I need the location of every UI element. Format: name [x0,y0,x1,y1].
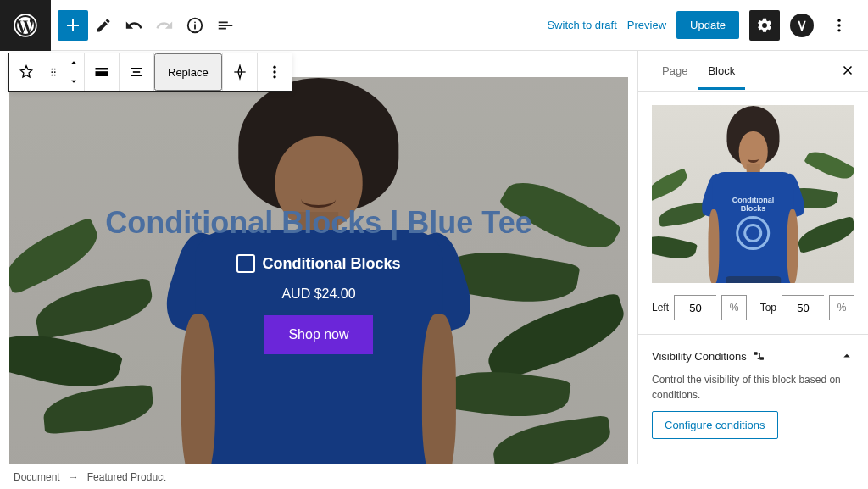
cover-logo-text: Conditional Blocks [262,255,400,273]
more-vertical-icon [831,17,848,34]
duotone-button[interactable] [223,53,257,91]
svg-point-5 [51,69,53,70]
cover-block[interactable]: Conditional Blocks | Blue Tee Conditiona… [8,76,629,464]
block-star-button[interactable] [9,53,43,91]
breadcrumb-current[interactable]: Featured Product [87,471,166,483]
svg-rect-20 [760,357,764,359]
svg-point-4 [837,29,840,31]
breadcrumb: Document → Featured Product [0,464,868,489]
settings-sidebar: Page Block [637,51,868,464]
block-toolbar: Replace [8,53,292,92]
gear-icon [756,17,773,34]
focal-point-preview[interactable]: Conditional Blocks [652,105,854,283]
svg-rect-19 [754,352,758,354]
focal-top-input[interactable] [782,295,824,320]
svg-rect-15 [131,75,142,76]
edit-mode-button[interactable] [88,10,119,41]
svg-point-3 [837,24,840,26]
svg-rect-12 [96,71,108,76]
logo-icon [236,254,255,273]
align-full-button[interactable] [85,53,119,91]
tab-block[interactable]: Block [698,53,745,89]
block-more-button[interactable] [258,53,292,91]
focal-left-input[interactable] [674,295,716,320]
svg-point-2 [837,19,840,21]
redo-button[interactable] [149,10,180,41]
chevron-down-icon [68,75,80,87]
cover-title[interactable]: Conditional Blocks | Blue Tee [105,205,531,241]
chevron-up-icon [68,57,80,69]
align-center-icon [128,64,145,81]
move-up-button[interactable] [64,53,84,72]
breadcrumb-arrow-icon: → [69,471,79,483]
svg-point-6 [54,69,56,70]
svg-point-8 [54,71,56,73]
more-options-button[interactable] [824,10,854,41]
focal-top-label: Top [760,302,776,314]
focal-left-unit: % [721,295,747,320]
top-toolbar: Switch to draft Preview Update [0,0,868,51]
svg-rect-11 [96,68,108,70]
cover-price[interactable]: AUD $24.00 [281,286,355,302]
list-view-button[interactable] [210,10,241,41]
visibility-title: Visibility Conditions [652,350,747,363]
close-sidebar-button[interactable] [837,61,858,81]
focal-left-label: Left [652,302,669,314]
yoast-button[interactable] [790,14,814,37]
info-button[interactable] [180,10,210,41]
svg-point-16 [273,66,275,69]
info-icon [186,16,204,35]
replace-media-button[interactable]: Replace [154,53,222,91]
svg-point-17 [273,70,275,73]
visibility-description: Control the visibility of this block bas… [652,372,854,403]
svg-point-9 [51,75,53,76]
star-icon [18,64,35,81]
move-down-button[interactable] [64,72,84,91]
block-drag-handle[interactable] [43,53,64,91]
undo-button[interactable] [119,10,149,41]
wordpress-logo[interactable] [0,0,51,51]
breadcrumb-root[interactable]: Document [14,471,60,483]
svg-point-10 [54,75,56,76]
focal-top-unit: % [829,295,854,320]
cover-logo: Conditional Blocks [236,254,400,273]
chevron-up-icon [839,348,854,364]
svg-point-18 [273,75,275,78]
settings-button[interactable] [749,10,780,41]
redo-icon [155,16,174,35]
shop-now-button[interactable]: Shop now [264,315,372,354]
content-align-button[interactable] [120,53,153,91]
svg-rect-13 [131,68,142,69]
switch-draft-button[interactable]: Switch to draft [547,19,616,31]
configure-conditions-button[interactable]: Configure conditions [652,411,778,439]
plus-icon [63,15,83,36]
tab-page[interactable]: Page [652,53,698,89]
add-block-button[interactable] [58,10,88,41]
close-icon [840,63,855,78]
visibility-panel-header[interactable]: Visibility Conditions [652,348,854,364]
yoast-icon [795,19,809,32]
pencil-icon [95,17,112,34]
align-full-icon [93,64,110,81]
more-vertical-icon [266,64,283,81]
conditions-icon [752,349,765,363]
thumb-shirt-print: Conditional Blocks [726,196,781,250]
svg-point-7 [51,71,53,73]
update-button[interactable]: Update [676,11,739,39]
duotone-icon [231,64,248,81]
outline-icon [216,16,235,35]
drag-icon [47,64,59,80]
preview-button[interactable]: Preview [627,19,666,31]
undo-icon [125,16,143,35]
wordpress-icon [14,14,37,37]
editor-canvas[interactable]: Replace [0,51,637,464]
svg-rect-14 [133,71,140,73]
